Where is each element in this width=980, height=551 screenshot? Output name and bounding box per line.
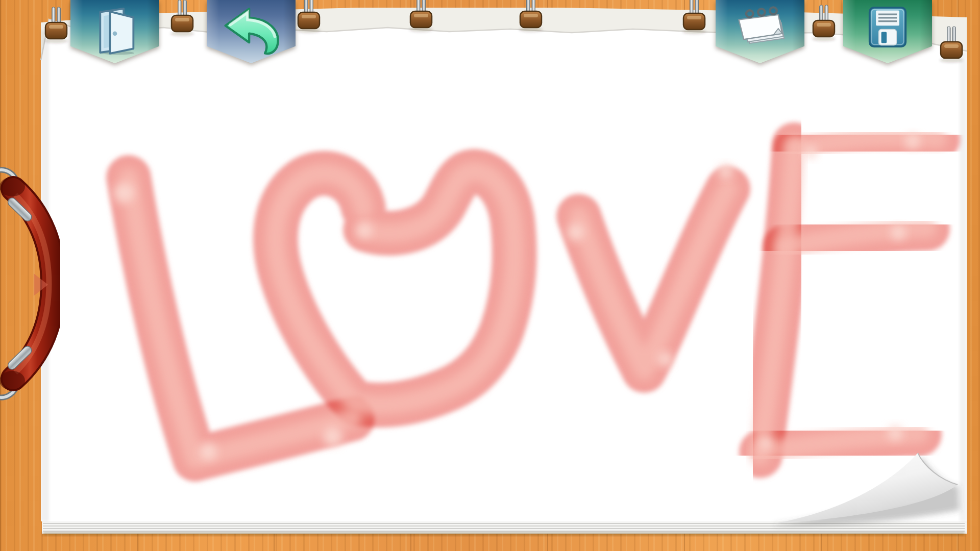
side-drawer-handle[interactable]: [0, 164, 60, 404]
open-door-icon: [92, 5, 137, 56]
app-window: [0, 0, 980, 551]
sketchpad-canvas[interactable]: [0, 0, 980, 551]
undo-arrow-icon: [220, 5, 282, 56]
handle-bottom-cap: [0, 371, 25, 390]
binder-clip: [170, 0, 194, 36]
binder-clip: [519, 0, 543, 32]
save-button-wrap: [843, 0, 932, 63]
new-page-button[interactable]: [716, 0, 804, 63]
binder-clip: [812, 5, 836, 41]
undo-button[interactable]: [207, 0, 296, 63]
save-button[interactable]: [843, 0, 932, 63]
notepad-icon: [731, 5, 789, 52]
binder-clip: [682, 0, 706, 34]
undo-button-wrap: [207, 0, 296, 63]
floppy-disk-icon: [867, 5, 908, 49]
binder-clip: [297, 0, 321, 33]
handle-top-cap: [0, 177, 25, 196]
exit-button[interactable]: [70, 0, 159, 63]
binder-clip: [409, 0, 433, 32]
binder-clip: [44, 7, 68, 43]
new-page-button-wrap: [716, 0, 804, 63]
exit-button-wrap: [70, 0, 159, 63]
